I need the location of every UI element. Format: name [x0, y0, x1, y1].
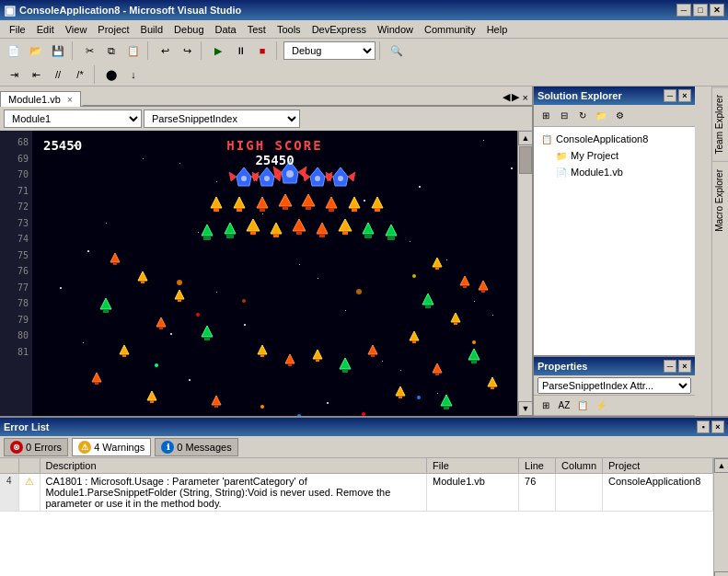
tb-indent[interactable]: ⇥: [4, 64, 24, 85]
tb-redo[interactable]: ↪: [177, 40, 197, 61]
col-project[interactable]: Project: [603, 458, 713, 474]
prop-prop-btn[interactable]: 📋: [574, 397, 591, 414]
tb-start[interactable]: ▶: [208, 40, 228, 61]
editor-tab-module1[interactable]: Module1.vb ×: [0, 91, 81, 107]
scroll-thumb[interactable]: [519, 146, 532, 174]
tb-undo[interactable]: ↩: [155, 40, 175, 61]
tb-pause[interactable]: ⏸: [230, 40, 250, 61]
messages-tab[interactable]: ℹ 0 Messages: [155, 438, 237, 456]
menu-test[interactable]: Test: [242, 22, 272, 37]
scroll-up-btn[interactable]: ▲: [518, 131, 532, 145]
se-tb-btn1[interactable]: ⊞: [537, 108, 554, 124]
menu-data[interactable]: Data: [210, 22, 242, 37]
menu-project[interactable]: Project: [92, 22, 134, 37]
el-close-btn[interactable]: ×: [711, 420, 724, 433]
svg-rect-31: [329, 208, 334, 212]
el-pin-btn[interactable]: ▪: [697, 420, 710, 433]
menu-window[interactable]: Window: [372, 22, 419, 37]
prop-select[interactable]: ParseSnippetIndex Attr...: [537, 377, 691, 394]
tb-outdent[interactable]: ⇤: [26, 64, 46, 85]
col-column[interactable]: Column: [556, 458, 603, 474]
svg-marker-64: [202, 326, 213, 337]
svg-rect-23: [237, 208, 242, 212]
tb-uncomment[interactable]: /*: [70, 64, 90, 85]
editor-content[interactable]: 68 69 70 71 72 73 74 75 76 77 78 79 80 8…: [0, 131, 532, 416]
menu-community[interactable]: Community: [419, 22, 481, 37]
prop-categorized-btn[interactable]: ⊞: [537, 397, 554, 414]
menu-view[interactable]: View: [60, 22, 93, 37]
menu-devexpress[interactable]: DevExpress: [306, 22, 372, 37]
team-explorer-tab[interactable]: Team Explorer: [712, 86, 728, 161]
tb-open[interactable]: 📂: [26, 40, 46, 61]
col-description[interactable]: Description: [40, 458, 427, 474]
tab-scroll-left[interactable]: ◀: [503, 91, 510, 103]
warnings-tab[interactable]: ⚠ 4 Warnings: [72, 438, 151, 456]
table-row[interactable]: 4 ⚠ CA1801 : Microsoft.Usage : Parameter…: [0, 474, 713, 512]
tb-bp[interactable]: ⬤: [101, 64, 121, 85]
tb-save[interactable]: 💾: [48, 40, 68, 61]
minimize-button[interactable]: ─: [676, 4, 691, 17]
tb-paste[interactable]: 📋: [123, 40, 144, 61]
svg-marker-76: [451, 313, 460, 322]
tb-copy[interactable]: ⧉: [101, 40, 121, 61]
el-right-scroll[interactable]: ▲ ▼: [713, 458, 728, 576]
svg-point-122: [196, 313, 200, 317]
se-tb-btn5[interactable]: ⚙: [611, 108, 628, 124]
macro-explorer-tab[interactable]: Macro Explorer: [712, 161, 728, 239]
col-icon[interactable]: [18, 458, 40, 474]
scroll-down-btn[interactable]: ▼: [518, 401, 532, 416]
svg-rect-81: [412, 340, 416, 343]
se-tb-btn3[interactable]: ↻: [574, 108, 591, 124]
tb-find[interactable]: 🔍: [387, 40, 407, 61]
col-file[interactable]: File: [427, 458, 519, 474]
se-module-file[interactable]: 📄 Module1.vb: [552, 164, 691, 180]
tb-stop[interactable]: ■: [252, 40, 272, 61]
svg-marker-92: [313, 350, 322, 359]
svg-rect-73: [463, 285, 467, 288]
svg-marker-13: [303, 172, 310, 181]
el-scroll-up[interactable]: ▲: [714, 458, 728, 473]
errors-tab[interactable]: ⊗ 0 Errors: [4, 438, 68, 456]
menu-build[interactable]: Build: [135, 22, 168, 37]
col-line[interactable]: Line: [519, 458, 556, 474]
close-button[interactable]: ✕: [710, 4, 724, 17]
menu-file[interactable]: File: [4, 22, 31, 37]
editor-tab-close[interactable]: ×: [67, 95, 73, 105]
se-tb-btn4[interactable]: 📁: [593, 108, 609, 124]
game-canvas: 25450 HIGH SCORE 25450: [32, 131, 517, 416]
se-tb-btn2[interactable]: ⊟: [556, 108, 572, 124]
prop-close-btn[interactable]: ×: [678, 360, 691, 373]
module-dropdown[interactable]: Module1: [4, 109, 142, 128]
el-scroll-down[interactable]: ▼: [714, 571, 728, 576]
method-dropdown[interactable]: ParseSnippetIndex: [144, 109, 300, 128]
prop-event-btn[interactable]: ⚡: [593, 397, 609, 414]
prop-alpha-btn[interactable]: AZ: [556, 397, 572, 414]
menu-debug[interactable]: Debug: [168, 22, 209, 37]
se-my-project[interactable]: 📁 My Project: [552, 147, 691, 164]
tb-comment[interactable]: //: [48, 64, 68, 85]
se-root-item[interactable]: 📋 ConsoleApplication8: [537, 131, 691, 147]
svg-point-125: [260, 405, 264, 409]
se-close-btn[interactable]: ×: [678, 89, 691, 102]
svg-marker-78: [479, 281, 488, 290]
close-all-docs[interactable]: ×: [523, 92, 528, 103]
tb-new[interactable]: 📄: [4, 40, 24, 61]
prop-pin-btn[interactable]: ─: [664, 360, 676, 373]
svg-rect-35: [375, 208, 380, 212]
maximize-button[interactable]: □: [693, 4, 708, 17]
se-pin-btn[interactable]: ─: [664, 89, 676, 102]
solution-config-dropdown[interactable]: Debug Release: [283, 41, 376, 60]
tab-scroll-right[interactable]: ▶: [512, 91, 519, 103]
prop-toolbar: ⊞ AZ 📋 ⚡: [534, 396, 695, 416]
warning-tab-icon: ⚠: [78, 441, 91, 454]
menu-edit[interactable]: Edit: [31, 22, 60, 37]
editor-tab-label: Module1.vb: [8, 94, 61, 105]
svg-marker-46: [317, 223, 328, 234]
tb-step[interactable]: ↓: [123, 64, 144, 85]
col-num[interactable]: [0, 458, 18, 474]
svg-rect-75: [425, 305, 431, 308]
editor-scrollbar[interactable]: ▲ ▼: [517, 131, 532, 416]
tb-cut[interactable]: ✂: [79, 40, 99, 61]
menu-tools[interactable]: Tools: [272, 22, 306, 37]
menu-help[interactable]: Help: [481, 22, 514, 37]
